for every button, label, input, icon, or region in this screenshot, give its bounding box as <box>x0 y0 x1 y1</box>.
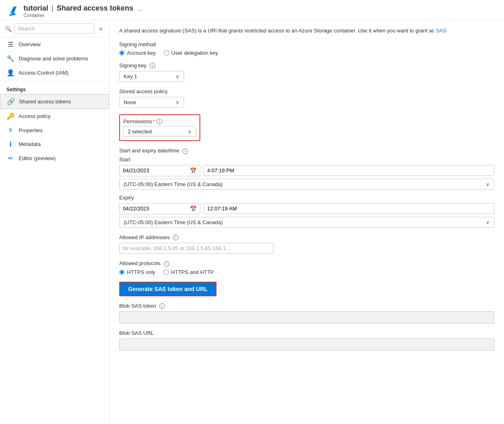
account-key-radio-label[interactable]: Account key <box>119 50 156 56</box>
sidebar-item-label: Overview <box>19 41 41 47</box>
expiry-time-field[interactable] <box>204 203 494 214</box>
sidebar-item-shared-access-tokens[interactable]: 🔗 Shared access tokens <box>0 94 109 109</box>
blob-sas-token-label: Blob SAS token i <box>119 303 494 309</box>
start-date-input[interactable]: 📅 <box>119 165 200 176</box>
expiry-timezone-chevron: ∨ <box>486 219 490 225</box>
sas-description: A shared access signature (SAS) is a URI… <box>119 27 494 35</box>
sidebar-item-metadata[interactable]: ℹ Metadata <box>0 137 109 151</box>
layout: 🔍 « ☰ Overview 🔧 Diagnose and solve prob… <box>0 20 504 424</box>
expiry-date-field[interactable] <box>123 206 167 212</box>
https-http-radio-label[interactable]: HTTPS and HTTP <box>163 269 214 275</box>
search-icon: 🔍 <box>5 26 12 32</box>
sidebar-item-editor[interactable]: ✏ Editor (preview) <box>0 151 109 165</box>
start-expiry-label-text: Start and expiry date/time <box>119 148 179 154</box>
expiry-date-time-row: 📅 <box>119 203 494 214</box>
blob-sas-url-output <box>119 338 494 351</box>
expiry-timezone-select[interactable]: (UTC-05:00) Eastern Time (US & Canada) ∨ <box>119 217 494 228</box>
start-expiry-label: Start and expiry date/time i <box>119 148 494 154</box>
stored-access-policy-label: Stored access policy <box>119 88 494 94</box>
start-expiry-info-icon[interactable]: i <box>182 148 188 154</box>
allowed-protocols-label-text: Allowed protocols <box>119 260 161 266</box>
sidebar-item-access-policy[interactable]: 🔑 Access policy <box>0 109 109 123</box>
signing-key-value: Key 1 <box>124 73 137 79</box>
expiry-timezone-value: (UTC-05:00) Eastern Time (US & Canada) <box>124 219 223 225</box>
expiry-date-input[interactable]: 📅 <box>119 203 200 214</box>
https-only-radio[interactable] <box>119 270 124 275</box>
metadata-icon: ℹ <box>6 140 15 148</box>
start-expiry-group: Start and expiry date/time i Start 📅 (UT… <box>119 148 494 228</box>
allowed-ip-label-text: Allowed IP addresses <box>119 234 170 240</box>
search-box: 🔍 « <box>0 20 109 37</box>
signing-key-label: Signing key i <box>119 62 494 69</box>
ellipsis-menu[interactable]: ... <box>137 5 143 12</box>
user-delegation-radio[interactable] <box>164 50 169 56</box>
settings-section-title: Settings <box>0 82 109 94</box>
generate-sas-button[interactable]: Generate SAS token and URL <box>119 282 217 296</box>
expiry-label: Expiry <box>119 195 494 201</box>
allowed-ip-input[interactable] <box>119 243 273 254</box>
allowed-ip-label: Allowed IP addresses i <box>119 234 494 241</box>
sidebar-item-label: Access policy <box>19 113 51 119</box>
access-policy-icon: 🔑 <box>6 112 15 120</box>
start-date-time-row: 📅 <box>119 165 494 176</box>
sidebar-item-diagnose[interactable]: 🔧 Diagnose and solve problems <box>0 51 109 66</box>
sidebar-item-label: Diagnose and solve problems <box>19 56 88 62</box>
https-http-radio[interactable] <box>163 270 169 275</box>
https-only-label: HTTPS only <box>127 269 155 275</box>
start-timezone-value: (UTC-05:00) Eastern Time (US & Canada) <box>124 181 223 187</box>
permissions-label-row: Permissions * i <box>123 118 196 124</box>
https-only-radio-label[interactable]: HTTPS only <box>119 269 155 275</box>
permissions-info-icon[interactable]: i <box>157 119 162 124</box>
search-input[interactable] <box>14 24 94 34</box>
stored-access-policy-value: None <box>124 99 136 105</box>
stored-access-policy-select[interactable]: None ∨ <box>119 97 184 108</box>
sidebar-item-properties[interactable]: ≡ Properties <box>0 123 109 137</box>
permissions-select[interactable]: 2 selected ∨ <box>123 126 196 137</box>
account-key-radio[interactable] <box>119 50 124 56</box>
app-name: tutorial <box>24 4 48 13</box>
divider <box>0 81 109 81</box>
signing-key-select[interactable]: Key 1 ∨ <box>119 71 184 82</box>
permissions-chevron: ∨ <box>188 128 192 135</box>
sidebar-item-overview[interactable]: ☰ Overview <box>0 37 109 51</box>
protocol-radio-group: HTTPS only HTTPS and HTTP <box>119 269 494 275</box>
shared-access-icon: 🔗 <box>7 98 15 105</box>
start-date-field[interactable] <box>123 167 167 173</box>
diagnose-icon: 🔧 <box>6 55 15 62</box>
azure-logo <box>6 5 19 18</box>
sidebar-item-label: Editor (preview) <box>19 155 56 161</box>
account-key-label: Account key <box>127 50 156 56</box>
blob-sas-url-label: Blob SAS URL <box>119 330 494 336</box>
blob-sas-token-label-text: Blob SAS token <box>119 303 156 309</box>
blob-sas-token-group: Blob SAS token i <box>119 303 494 324</box>
start-calendar-icon[interactable]: 📅 <box>190 167 197 174</box>
main-content: A shared access signature (SAS) is a URI… <box>109 20 504 424</box>
description-text: A shared access signature (SAS) is a URI… <box>119 28 435 34</box>
sidebar-item-label: Metadata <box>19 141 41 147</box>
signing-key-info-icon[interactable]: i <box>150 63 155 69</box>
title-section: tutorial | Shared access tokens ... Cont… <box>24 4 143 18</box>
allowed-ip-info-icon[interactable]: i <box>173 235 178 240</box>
editor-icon: ✏ <box>6 154 15 162</box>
start-time-field[interactable] <box>204 165 494 176</box>
expiry-calendar-icon[interactable]: 📅 <box>190 206 197 212</box>
stored-access-policy-chevron: ∨ <box>176 99 180 105</box>
blob-sas-token-output <box>119 311 494 323</box>
collapse-button[interactable]: « <box>97 24 104 33</box>
start-timezone-select[interactable]: (UTC-05:00) Eastern Time (US & Canada) ∨ <box>119 179 494 190</box>
page-title: Shared access tokens <box>57 4 133 13</box>
allowed-ip-group: Allowed IP addresses i <box>119 234 494 254</box>
permissions-required: * <box>153 118 155 124</box>
properties-icon: ≡ <box>6 126 15 134</box>
user-delegation-label: User delegation key <box>172 50 218 56</box>
blob-sas-token-info-icon[interactable]: i <box>159 303 165 309</box>
signing-key-chevron: ∨ <box>176 73 180 79</box>
sidebar-item-label: Access Control (IAM) <box>19 70 69 76</box>
user-delegation-radio-label[interactable]: User delegation key <box>164 50 218 56</box>
sas-link[interactable]: SAS <box>436 28 446 34</box>
signing-key-label-text: Signing key <box>119 62 146 69</box>
allowed-protocols-info-icon[interactable]: i <box>164 261 169 267</box>
permissions-value: 2 selected <box>128 128 152 135</box>
signing-method-label: Signing method <box>119 41 494 47</box>
sidebar-item-iam[interactable]: 👤 Access Control (IAM) <box>0 66 109 80</box>
